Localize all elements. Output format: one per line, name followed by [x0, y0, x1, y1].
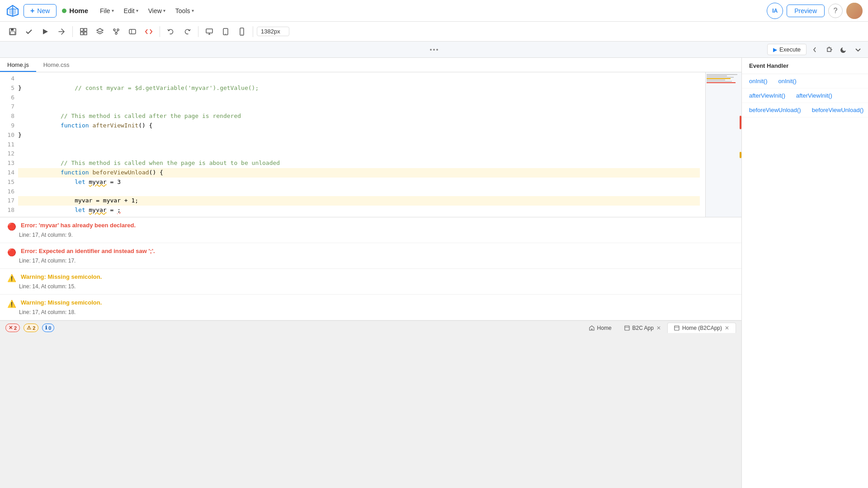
- top-nav: + New Home File ▾ Edit ▾ View ▾ Tools ▾ …: [0, 0, 868, 22]
- error-icon-1: 🔴: [7, 222, 16, 231]
- event-oninit[interactable]: onInit() onInit(): [742, 74, 868, 89]
- error-count-badge[interactable]: ✕ 2: [5, 324, 20, 332]
- oninit-right[interactable]: onInit(): [778, 78, 796, 84]
- oninit-left[interactable]: onInit(): [749, 78, 767, 84]
- deploy-btn[interactable]: [54, 24, 69, 39]
- components-btn[interactable]: [76, 24, 91, 39]
- beforeviewunload-left[interactable]: beforeViewUnload(): [749, 107, 801, 113]
- tablet-btn[interactable]: [218, 24, 233, 39]
- layers-btn[interactable]: [93, 24, 107, 39]
- more-actions-btn[interactable]: [852, 43, 864, 56]
- preview-button[interactable]: Preview: [787, 5, 825, 17]
- plus-icon: +: [30, 7, 34, 15]
- b2c-tab-close[interactable]: ✕: [656, 325, 661, 331]
- svg-rect-5: [11, 28, 14, 31]
- edit-label: Edit: [124, 7, 135, 14]
- error-panel: 🔴 Error: 'myvar' has already been declar…: [0, 217, 741, 320]
- home-b2c-tab-close[interactable]: ✕: [725, 325, 729, 331]
- file-chevron: ▾: [112, 8, 114, 13]
- components2-icon: [128, 28, 137, 36]
- separator-4: [253, 26, 253, 37]
- new-button[interactable]: + New: [24, 4, 57, 18]
- dot3: [436, 49, 438, 51]
- check-btn[interactable]: [22, 24, 36, 39]
- ia-button[interactable]: IA: [767, 3, 783, 19]
- components2-btn[interactable]: [125, 24, 140, 39]
- ln7: 7: [5, 102, 14, 112]
- error-icon-2: 🔴: [7, 248, 16, 257]
- desktop-btn[interactable]: [202, 24, 217, 39]
- dark-mode-btn[interactable]: [837, 43, 850, 56]
- merge-btn[interactable]: [109, 24, 123, 39]
- help-button[interactable]: ?: [828, 4, 843, 18]
- svg-point-13: [113, 29, 115, 31]
- code-icon: [145, 28, 153, 36]
- nav-tools[interactable]: Tools ▾: [171, 5, 198, 17]
- save-icon: [9, 28, 17, 36]
- execute-button[interactable]: ▶ Execute: [767, 44, 807, 55]
- code-line-4: // const myvar = $d.getVariable('myvar')…: [18, 74, 700, 84]
- avatar[interactable]: [846, 3, 863, 19]
- collapse-left-btn[interactable]: [808, 43, 821, 56]
- ia-label: IA: [772, 8, 778, 14]
- content-split: Home.js Home.css 4 5 6 7 8 9 10 11 12: [0, 58, 868, 488]
- svg-rect-11: [84, 32, 87, 35]
- redo-btn[interactable]: [180, 24, 194, 39]
- error-row-1: 🔴 Error: 'myvar' has already been declar…: [7, 222, 734, 231]
- bottom-tab-home-b2c-label: Home (B2CApp): [682, 325, 722, 331]
- tools-chevron: ▾: [192, 8, 194, 13]
- code-line-11: [18, 140, 700, 150]
- logo-icon: [5, 4, 20, 18]
- undo-btn[interactable]: [164, 24, 178, 39]
- code-content[interactable]: // const myvar = $d.getVariable('myvar')…: [18, 72, 705, 217]
- run-icon: [41, 28, 49, 36]
- b2c-tab-icon: [624, 325, 630, 331]
- svg-point-15: [115, 33, 117, 34]
- bottom-tab-b2c[interactable]: B2C App ✕: [618, 323, 667, 333]
- error-row-3: ⚠️ Warning: Missing semicolon.: [7, 273, 734, 282]
- separator-1: [72, 26, 73, 37]
- afterviewinit-left[interactable]: afterViewInit(): [749, 92, 785, 99]
- warning-count: 2: [33, 325, 35, 331]
- nav-view[interactable]: View ▾: [144, 5, 170, 17]
- bottom-tab-home-b2c[interactable]: Home (B2CApp) ✕: [667, 323, 736, 333]
- error-location-2: Line: 17, At column: 17.: [19, 258, 734, 264]
- warning-count-badge[interactable]: ⚠ 2: [24, 324, 38, 332]
- afterviewinit-right[interactable]: afterViewInit(): [796, 92, 832, 99]
- svg-rect-29: [675, 326, 679, 330]
- warning-location-2: Line: 17, At column: 18.: [19, 309, 734, 315]
- error-badge-icon: ✕: [9, 325, 13, 331]
- right-panel-header: Event Handler: [742, 58, 868, 74]
- code-btn[interactable]: [142, 24, 156, 39]
- beforeviewunload-right[interactable]: beforeViewUnload(): [812, 107, 864, 113]
- mobile-btn[interactable]: [235, 24, 249, 39]
- minimap-line-highlight: [707, 78, 731, 79]
- svg-rect-27: [625, 326, 629, 330]
- layers-icon: [96, 28, 104, 36]
- event-afterviewinit[interactable]: afterViewInit() afterViewInit(): [742, 89, 868, 103]
- execute-label: Execute: [779, 46, 801, 53]
- svg-line-16: [114, 31, 116, 33]
- ln17: 17: [5, 196, 14, 206]
- panel-toggle[interactable]: [426, 47, 442, 52]
- expand-btn[interactable]: [823, 43, 835, 56]
- expand-icon: [826, 46, 833, 53]
- ln8: 8: [5, 112, 14, 121]
- ln16: 16: [5, 187, 14, 197]
- ln11: 11: [5, 140, 14, 150]
- info-count-badge[interactable]: ℹ 0: [42, 324, 54, 332]
- nav-edit[interactable]: Edit ▾: [119, 5, 143, 17]
- bottom-tab-home[interactable]: Home: [583, 323, 618, 333]
- code-line-7: // This method is called after the page …: [18, 102, 700, 112]
- svg-rect-10: [80, 32, 83, 35]
- svg-rect-18: [129, 29, 136, 34]
- bottom-tab-home-label: Home: [597, 325, 612, 331]
- event-beforeviewunload[interactable]: beforeViewUnload() beforeViewUnload(): [742, 103, 868, 117]
- tab-home-js[interactable]: Home.js: [0, 59, 36, 72]
- code-tabs: Home.js Home.css: [0, 58, 741, 72]
- tab-home-css[interactable]: Home.css: [36, 59, 77, 72]
- nav-file[interactable]: File ▾: [95, 5, 118, 17]
- save-btn[interactable]: [5, 24, 20, 39]
- run-btn[interactable]: [38, 24, 52, 39]
- bottom-tab-b2c-label: B2C App: [632, 325, 654, 331]
